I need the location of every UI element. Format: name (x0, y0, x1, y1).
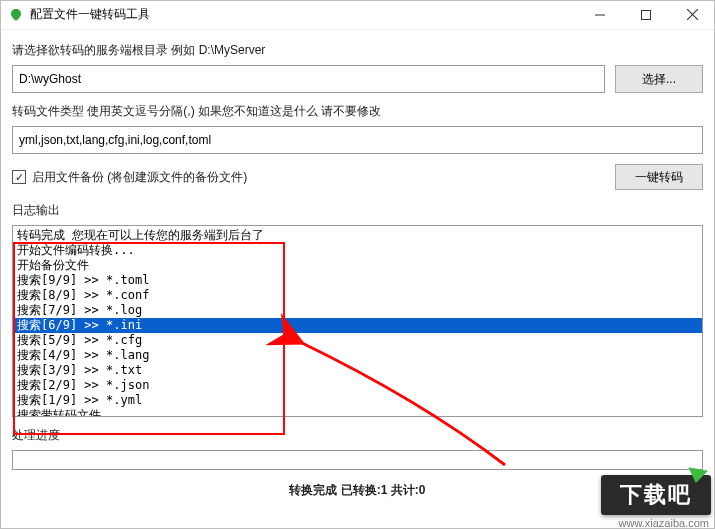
log-line[interactable]: 搜索[5/9] >> *.cfg (13, 333, 702, 348)
log-line[interactable]: 搜索[3/9] >> *.txt (13, 363, 702, 378)
progress-bar (12, 450, 703, 470)
log-line[interactable]: 搜索[6/9] >> *.ini (13, 318, 702, 333)
choose-dir-button[interactable]: 选择... (615, 65, 703, 93)
log-line[interactable]: 搜索[7/9] >> *.log (13, 303, 702, 318)
log-title: 日志输出 (12, 202, 703, 219)
backup-checkbox[interactable]: ✓ (12, 170, 26, 184)
app-icon (8, 7, 24, 23)
log-line[interactable]: 搜索[9/9] >> *.toml (13, 273, 702, 288)
backup-checkbox-label: 启用文件备份 (将创建源文件的备份文件) (32, 169, 609, 186)
log-line[interactable]: 开始文件编码转换... (13, 243, 702, 258)
log-line[interactable]: 搜索[4/9] >> *.lang (13, 348, 702, 363)
status-text: 转换完成 已转换:1 共计:0 (12, 476, 703, 503)
log-line[interactable]: 搜索[1/9] >> *.yml (13, 393, 702, 408)
log-line[interactable]: 开始备份文件 (13, 258, 702, 273)
log-line[interactable]: 搜索[8/9] >> *.conf (13, 288, 702, 303)
convert-button[interactable]: 一键转码 (615, 164, 703, 190)
file-types-label: 转码文件类型 使用英文逗号分隔(,) 如果您不知道这是什么 请不要修改 (12, 103, 703, 120)
window-title: 配置文件一键转码工具 (30, 6, 150, 23)
log-line[interactable]: 搜索带转码文件... (13, 408, 702, 417)
window-maximize-button[interactable] (623, 0, 669, 30)
log-line[interactable]: 转码完成 您现在可以上传您的服务端到后台了 (13, 228, 702, 243)
progress-label: 处理进度 (12, 427, 703, 444)
root-dir-label: 请选择欲转码的服务端根目录 例如 D:\MyServer (12, 42, 703, 59)
log-output[interactable]: 转码完成 您现在可以上传您的服务端到后台了开始文件编码转换...开始备份文件搜索… (12, 225, 703, 417)
svg-rect-1 (642, 10, 651, 19)
watermark-url: www.xiazaiba.com (619, 517, 709, 529)
log-line[interactable]: 搜索[2/9] >> *.json (13, 378, 702, 393)
window-minimize-button[interactable] (577, 0, 623, 30)
window-close-button[interactable] (669, 0, 715, 30)
file-types-input[interactable] (12, 126, 703, 154)
window-titlebar: 配置文件一键转码工具 (0, 0, 715, 30)
root-dir-input[interactable] (12, 65, 605, 93)
